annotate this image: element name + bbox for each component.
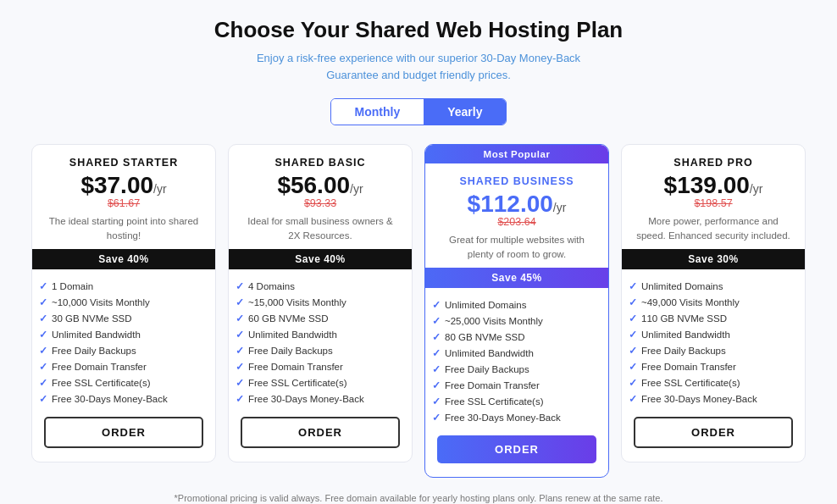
check-icon: ✓ [236, 377, 244, 389]
plan-price-starter: $37.00/yr [46, 174, 202, 197]
check-icon: ✓ [432, 347, 441, 359]
page-title: Choose Your Shared Web Hosting Plan [214, 17, 624, 43]
check-icon: ✓ [432, 396, 441, 407]
feature-item: ✓Free Daily Backups [236, 342, 405, 358]
feature-item: ✓Free Daily Backups [39, 342, 208, 358]
feature-item: ✓4 Domains [236, 278, 405, 294]
feature-item: ✓Free Domain Transfer [39, 358, 208, 374]
yearly-billing-button[interactable]: Yearly [424, 99, 506, 125]
check-icon: ✓ [629, 377, 637, 389]
check-icon: ✓ [236, 280, 244, 292]
order-button-pro[interactable]: ORDER [634, 417, 793, 448]
feature-item: ✓Free Domain Transfer [629, 358, 798, 374]
feature-item: ✓~10,000 Visits Monthly [39, 294, 208, 310]
check-icon: ✓ [236, 393, 244, 405]
check-icon: ✓ [629, 345, 637, 357]
check-icon: ✓ [236, 313, 244, 324]
plan-desc-business: Great for multiple websites with plenty … [439, 233, 595, 261]
footer-note: *Promotional pricing is valid always. Fr… [175, 493, 663, 503]
feature-item: ✓Free SSL Certificate(s) [432, 393, 601, 409]
check-icon: ✓ [39, 313, 47, 324]
check-icon: ✓ [629, 296, 637, 308]
save-badge-starter: Save 40% [31, 249, 216, 269]
page-subtitle: Enjoy a risk-free experience with our su… [249, 50, 588, 83]
plan-price-pro: $139.00/yr [635, 174, 791, 197]
check-icon: ✓ [432, 299, 441, 311]
feature-item: ✓110 GB NVMe SSD [629, 310, 798, 326]
feature-item: ✓Unlimited Bandwidth [236, 326, 405, 342]
feature-item: ✓Free Daily Backups [432, 361, 601, 377]
feature-item: ✓Free Domain Transfer [236, 358, 405, 374]
check-icon: ✓ [629, 280, 637, 292]
plan-desc-starter: The ideal starting point into shared hos… [46, 214, 202, 242]
feature-item: ✓1 Domain [39, 278, 208, 294]
check-icon: ✓ [236, 345, 244, 357]
plan-name-pro: SHARED PRO [635, 157, 791, 169]
check-icon: ✓ [39, 377, 47, 389]
plan-desc-basic: Ideal for small business owners & 2X Res… [242, 214, 398, 242]
feature-item: ✓Free Domain Transfer [432, 377, 601, 393]
feature-item: ✓Free SSL Certificate(s) [629, 374, 798, 390]
feature-item: ✓Unlimited Bandwidth [432, 345, 601, 361]
plan-card-pro: SHARED PRO$139.00/yr$198.57More power, p… [621, 144, 806, 462]
feature-item: ✓Unlimited Domains [432, 296, 601, 313]
check-icon: ✓ [432, 379, 441, 391]
check-icon: ✓ [629, 313, 637, 324]
plan-old-price-starter: $61.67 [46, 197, 202, 209]
feature-item: ✓Free 30-Days Money-Back [236, 390, 405, 407]
plan-name-basic: SHARED BASIC [242, 157, 398, 169]
feature-item: ✓~25,000 Visits Monthly [432, 313, 601, 329]
feature-item: ✓Free 30-Days Money-Back [39, 390, 208, 407]
check-icon: ✓ [236, 329, 244, 341]
feature-item: ✓Free Daily Backups [629, 342, 798, 358]
order-button-starter[interactable]: ORDER [44, 417, 203, 448]
plan-name-starter: SHARED STARTER [46, 157, 202, 169]
features-list-basic: ✓4 Domains✓~15,000 Visits Monthly✓60 GB … [229, 278, 412, 407]
check-icon: ✓ [432, 412, 441, 424]
save-badge-pro: Save 30% [621, 249, 806, 269]
save-badge-business: Save 45% [424, 268, 609, 288]
plan-price-basic: $56.00/yr [242, 174, 398, 197]
plan-desc-pro: More power, performance and speed. Enhan… [635, 214, 791, 242]
check-icon: ✓ [39, 296, 47, 308]
check-icon: ✓ [432, 363, 441, 375]
save-badge-basic: Save 40% [228, 249, 413, 269]
plan-card-basic: SHARED BASIC$56.00/yr$93.33Ideal for sma… [228, 144, 413, 462]
features-list-business: ✓Unlimited Domains✓~25,000 Visits Monthl… [425, 296, 608, 425]
monthly-billing-button[interactable]: Monthly [331, 99, 424, 125]
plan-name-business: SHARED BUSINESS [439, 175, 595, 187]
features-list-starter: ✓1 Domain✓~10,000 Visits Monthly✓30 GB N… [32, 278, 215, 407]
feature-item: ✓Free SSL Certificate(s) [236, 374, 405, 390]
feature-item: ✓~49,000 Visits Monthly [629, 294, 798, 310]
features-list-pro: ✓Unlimited Domains✓~49,000 Visits Monthl… [622, 278, 805, 407]
check-icon: ✓ [39, 280, 47, 292]
plan-old-price-business: $203.64 [439, 216, 595, 228]
most-popular-badge: Most Popular [425, 145, 608, 163]
check-icon: ✓ [236, 296, 244, 308]
feature-item: ✓60 GB NVMe SSD [236, 310, 405, 326]
plan-card-starter: SHARED STARTER$37.00/yr$61.67The ideal s… [31, 144, 216, 462]
check-icon: ✓ [629, 361, 637, 373]
plan-price-business: $112.00/yr [439, 192, 595, 216]
order-button-basic[interactable]: ORDER [241, 417, 400, 448]
check-icon: ✓ [629, 393, 637, 405]
order-button-business[interactable]: ORDER [437, 435, 596, 463]
feature-item: ✓~15,000 Visits Monthly [236, 294, 405, 310]
check-icon: ✓ [629, 329, 637, 341]
feature-item: ✓80 GB NVMe SSD [432, 329, 601, 345]
check-icon: ✓ [39, 361, 47, 373]
billing-toggle: Monthly Yearly [330, 98, 507, 125]
feature-item: ✓Free SSL Certificate(s) [39, 374, 208, 390]
feature-item: ✓Free 30-Days Money-Back [629, 390, 798, 407]
check-icon: ✓ [236, 361, 244, 373]
plan-old-price-pro: $198.57 [635, 197, 791, 209]
plan-card-business: Most PopularSHARED BUSINESS$112.00/yr$20… [424, 144, 609, 478]
feature-item: ✓Free 30-Days Money-Back [432, 409, 601, 425]
feature-item: ✓Unlimited Bandwidth [629, 326, 798, 342]
check-icon: ✓ [39, 329, 47, 341]
plan-old-price-basic: $93.33 [242, 197, 398, 209]
check-icon: ✓ [39, 393, 47, 405]
check-icon: ✓ [39, 345, 47, 357]
feature-item: ✓30 GB NVMe SSD [39, 310, 208, 326]
feature-item: ✓Unlimited Bandwidth [39, 326, 208, 342]
